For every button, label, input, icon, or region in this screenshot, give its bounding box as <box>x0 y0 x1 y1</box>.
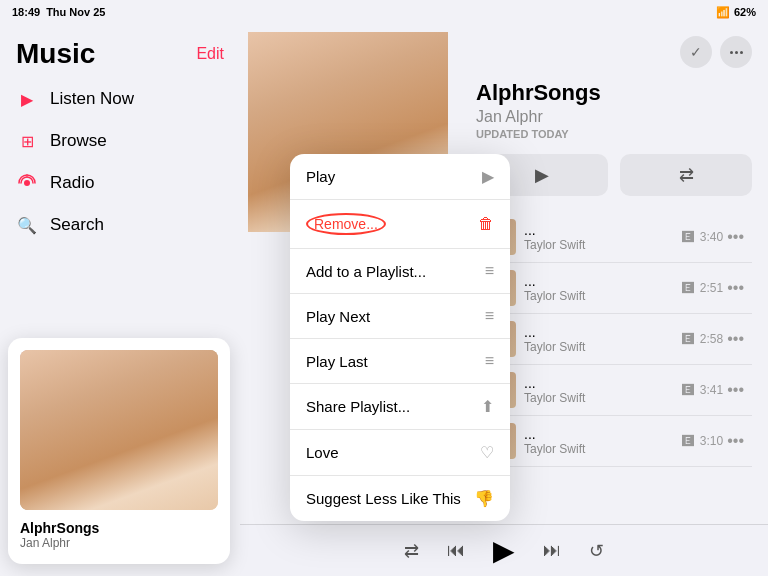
play-next-icon: ≡ <box>485 307 494 325</box>
heart-icon: ♡ <box>480 443 494 462</box>
radio-icon <box>16 172 38 194</box>
menu-label-love: Love <box>306 444 339 461</box>
sidebar: Music Edit ▶ Listen Now ⊞ Browse Radio <box>0 24 240 576</box>
status-time: 18:49 <box>12 6 40 18</box>
status-bar: 18:49 Thu Nov 25 📶 62% <box>0 0 768 24</box>
menu-label-suggest-less: Suggest Less Like This <box>306 490 461 507</box>
mini-player[interactable]: AlphrSongs Jan Alphr <box>8 338 230 564</box>
search-icon: 🔍 <box>16 214 38 236</box>
add-playlist-icon: ≡ <box>485 262 494 280</box>
edit-button[interactable]: Edit <box>196 45 224 63</box>
remove-circle-label: Remove... <box>306 213 386 235</box>
menu-item-play[interactable]: Play ▶ <box>290 154 510 200</box>
context-menu-overlay: Play ▶ Remove... 🗑 Add to a Playlist... … <box>240 24 768 576</box>
menu-item-love[interactable]: Love ♡ <box>290 430 510 476</box>
menu-item-suggest-less[interactable]: Suggest Less Like This 👎 <box>290 476 510 521</box>
mini-player-title: AlphrSongs <box>20 520 218 536</box>
main-content: ✓ AlphrSongs Jan Alphr Updated Today ▶ ⇄ <box>240 24 768 576</box>
share-icon: ⬆ <box>481 397 494 416</box>
menu-item-play-last[interactable]: Play Last ≡ <box>290 339 510 384</box>
play-right-icon: ▶ <box>482 167 494 186</box>
menu-item-share-playlist[interactable]: Share Playlist... ⬆ <box>290 384 510 430</box>
browse-icon: ⊞ <box>16 130 38 152</box>
listen-now-icon: ▶ <box>16 88 38 110</box>
play-last-icon: ≡ <box>485 352 494 370</box>
sidebar-item-browse[interactable]: ⊞ Browse <box>0 120 240 162</box>
sidebar-label-listen-now: Listen Now <box>50 89 134 109</box>
thumbs-down-icon: 👎 <box>474 489 494 508</box>
menu-item-play-next[interactable]: Play Next ≡ <box>290 294 510 339</box>
menu-label-share-playlist: Share Playlist... <box>306 398 410 415</box>
mini-player-info: AlphrSongs Jan Alphr <box>20 518 218 552</box>
app-container: Music Edit ▶ Listen Now ⊞ Browse Radio <box>0 24 768 576</box>
menu-label-play-next: Play Next <box>306 308 370 325</box>
wifi-icon: 📶 <box>716 6 730 19</box>
app-title: Music <box>16 38 95 70</box>
menu-label-add-playlist: Add to a Playlist... <box>306 263 426 280</box>
trash-icon: 🗑 <box>478 215 494 233</box>
mini-player-artist: Jan Alphr <box>20 536 218 550</box>
sidebar-item-radio[interactable]: Radio <box>0 162 240 204</box>
sidebar-label-radio: Radio <box>50 173 94 193</box>
menu-label-play-last: Play Last <box>306 353 368 370</box>
mini-player-artwork <box>20 350 218 510</box>
sidebar-item-search[interactable]: 🔍 Search <box>0 204 240 246</box>
sidebar-header: Music Edit <box>0 34 240 78</box>
battery-level: 62% <box>734 6 756 18</box>
sidebar-label-browse: Browse <box>50 131 107 151</box>
remove-badge: Remove... <box>306 213 386 235</box>
mini-player-art <box>20 350 218 510</box>
svg-point-0 <box>24 180 30 186</box>
sidebar-item-listen-now[interactable]: ▶ Listen Now <box>0 78 240 120</box>
menu-item-remove[interactable]: Remove... 🗑 <box>290 200 510 249</box>
sidebar-label-search: Search <box>50 215 104 235</box>
status-date: Thu Nov 25 <box>46 6 105 18</box>
context-menu: Play ▶ Remove... 🗑 Add to a Playlist... … <box>290 154 510 521</box>
menu-label-play: Play <box>306 168 335 185</box>
menu-item-add-playlist[interactable]: Add to a Playlist... ≡ <box>290 249 510 294</box>
